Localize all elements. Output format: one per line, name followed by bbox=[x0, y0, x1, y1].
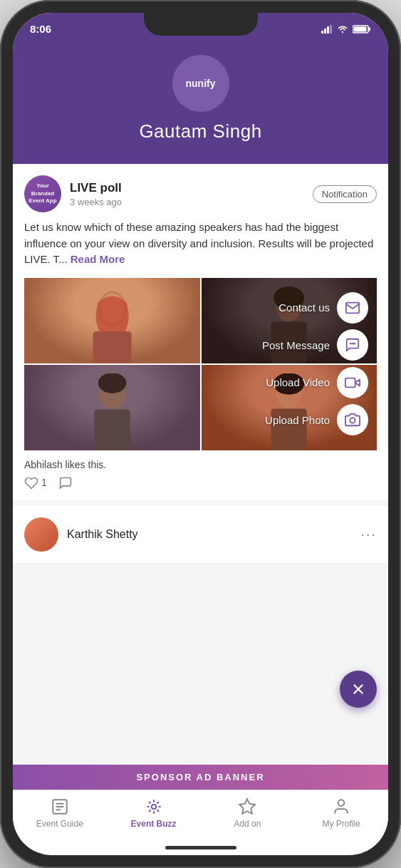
post-message-label: Post Message bbox=[262, 339, 330, 351]
post-message-button[interactable] bbox=[337, 329, 368, 361]
notch bbox=[144, 13, 258, 36]
svg-point-24 bbox=[350, 418, 355, 423]
likes-text: Abhilash likes this. bbox=[24, 459, 377, 470]
next-user-name: Karthik Shetty bbox=[67, 528, 138, 541]
upload-photo-label: Upload Photo bbox=[265, 414, 330, 426]
home-indicator bbox=[165, 846, 236, 849]
avatar: nunify bbox=[172, 55, 229, 112]
contact-us-button[interactable] bbox=[337, 292, 368, 324]
like-number: 1 bbox=[41, 477, 47, 488]
svg-rect-23 bbox=[345, 378, 355, 387]
phone-frame: 8:06 bbox=[0, 0, 401, 868]
svg-marker-40 bbox=[240, 799, 256, 814]
brand-avatar-text: Your Branded Event App bbox=[27, 182, 58, 205]
likes-row: 1 bbox=[24, 476, 377, 489]
svg-line-36 bbox=[149, 802, 150, 803]
person-1-silhouette bbox=[42, 286, 182, 363]
brand-logo: nunify bbox=[186, 78, 216, 90]
user-name: Gautam Singh bbox=[139, 120, 261, 143]
post-header-left: Your Branded Event App LIVE poll 3 weeks… bbox=[24, 175, 122, 212]
svg-line-37 bbox=[157, 810, 158, 812]
post-header: Your Branded Event App LIVE poll 3 weeks… bbox=[24, 175, 377, 212]
my-profile-icon bbox=[332, 797, 350, 816]
heart-icon bbox=[24, 476, 38, 489]
post-card: Your Branded Event App LIVE poll 3 weeks… bbox=[13, 164, 388, 500]
comment-icon bbox=[58, 476, 73, 489]
svg-rect-15 bbox=[94, 409, 130, 450]
image-action-container: Contact us Post Message bbox=[24, 278, 377, 450]
post-meta: LIVE poll 3 weeks ago bbox=[70, 181, 122, 207]
svg-rect-0 bbox=[321, 31, 323, 33]
svg-line-39 bbox=[149, 810, 150, 812]
wifi-icon bbox=[337, 25, 348, 33]
upload-video-label: Upload Video bbox=[266, 376, 330, 388]
signal-icon bbox=[321, 25, 333, 33]
main-content[interactable]: Your Branded Event App LIVE poll 3 weeks… bbox=[13, 164, 388, 765]
event-buzz-icon bbox=[145, 797, 163, 816]
nav-add-on[interactable]: Add on bbox=[222, 797, 272, 829]
add-on-label: Add on bbox=[234, 819, 261, 829]
header-area: nunify Gautam Singh bbox=[13, 41, 388, 164]
person-3-silhouette bbox=[42, 373, 182, 450]
svg-point-31 bbox=[151, 805, 156, 810]
read-more-link[interactable]: Read More bbox=[71, 253, 125, 265]
contact-us-row[interactable]: Contact us bbox=[229, 292, 368, 324]
svg-rect-2 bbox=[327, 26, 329, 33]
event-guide-label: Event Guide bbox=[36, 819, 83, 829]
phone-screen: 8:06 bbox=[13, 13, 388, 855]
svg-rect-3 bbox=[330, 25, 332, 33]
status-icons bbox=[321, 25, 371, 33]
sponsor-banner: SPONSOR AD BANNER bbox=[13, 765, 388, 790]
my-profile-label: My Profile bbox=[322, 819, 360, 829]
like-count[interactable]: 1 bbox=[24, 476, 47, 489]
upload-photo-row[interactable]: Upload Photo bbox=[229, 404, 368, 435]
post-title: LIVE poll bbox=[70, 181, 122, 195]
event-guide-icon bbox=[51, 797, 69, 816]
svg-point-14 bbox=[98, 373, 126, 393]
svg-point-41 bbox=[338, 800, 345, 806]
nav-event-buzz[interactable]: Event Buzz bbox=[129, 797, 179, 829]
image-3 bbox=[24, 365, 200, 450]
comment-icon-item[interactable] bbox=[58, 476, 73, 489]
close-fab-button[interactable] bbox=[340, 671, 377, 708]
post-time: 3 weeks ago bbox=[70, 197, 122, 207]
post-message-row[interactable]: Post Message bbox=[229, 329, 368, 361]
svg-rect-6 bbox=[354, 26, 367, 31]
brand-avatar: Your Branded Event App bbox=[24, 175, 61, 212]
svg-line-38 bbox=[157, 802, 158, 803]
close-icon bbox=[350, 681, 366, 697]
nav-event-guide[interactable]: Event Guide bbox=[35, 797, 85, 829]
event-buzz-label: Event Buzz bbox=[131, 819, 177, 829]
upload-video-button[interactable] bbox=[337, 367, 368, 398]
upload-video-row[interactable]: Upload Video bbox=[229, 367, 368, 398]
svg-rect-5 bbox=[369, 27, 371, 31]
svg-rect-9 bbox=[93, 331, 131, 363]
next-user-avatar bbox=[24, 517, 58, 552]
contact-us-label: Contact us bbox=[278, 301, 330, 314]
svg-marker-22 bbox=[355, 379, 360, 386]
upload-photo-button[interactable] bbox=[337, 404, 368, 435]
notification-badge[interactable]: Notification bbox=[313, 185, 377, 203]
post-body: Let us know which of these amazing speak… bbox=[24, 219, 377, 268]
nav-my-profile[interactable]: My Profile bbox=[316, 797, 366, 829]
status-time: 8:06 bbox=[30, 23, 51, 35]
battery-icon bbox=[353, 25, 371, 33]
more-options-button[interactable]: ··· bbox=[360, 526, 377, 542]
bottom-nav: Event Guide Event Bu bbox=[13, 790, 388, 843]
image-1 bbox=[24, 278, 200, 363]
add-on-icon bbox=[238, 797, 256, 816]
svg-rect-1 bbox=[324, 29, 326, 33]
next-post-preview[interactable]: Karthik Shetty ··· bbox=[13, 506, 388, 563]
